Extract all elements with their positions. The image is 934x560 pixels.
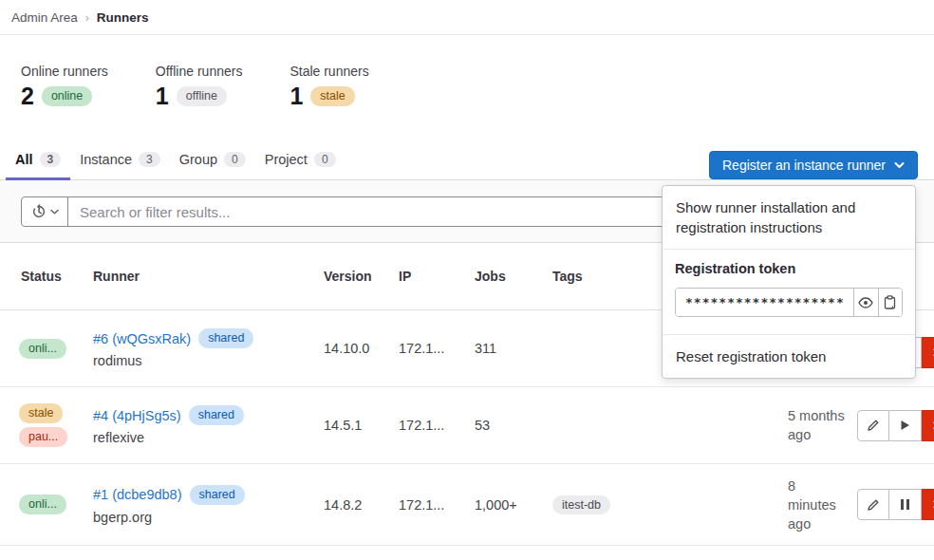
shared-badge: shared	[198, 328, 253, 348]
status-badge-offline: offline	[177, 86, 227, 106]
runner-summary-cell: #6 (wQGsxRak) shared rodimus	[93, 328, 324, 368]
stat-offline-runners: Offline runners 1 offline	[156, 64, 243, 108]
runner-status-cell: stale pau...	[0, 403, 93, 447]
stat-label: Stale runners	[290, 64, 368, 79]
runner-actions-cell: ✕	[845, 489, 934, 520]
breadcrumb-admin-area[interactable]: Admin Area	[11, 10, 78, 25]
runner-stats: Online runners 2 online Offline runners …	[0, 35, 934, 108]
runner-ip: 172.1...	[399, 341, 475, 356]
runner-tags-cell: itest-db	[552, 495, 670, 514]
column-header-status: Status	[0, 269, 93, 284]
registration-token-section: Registration token	[663, 250, 915, 334]
stat-count: 2	[21, 84, 34, 108]
tab-label: All	[15, 152, 33, 167]
stat-stale-runners: Stale runners 1 stale	[290, 64, 368, 108]
tab-project[interactable]: Project 0	[255, 142, 346, 179]
copy-token-button[interactable]	[878, 289, 903, 316]
stat-count: 1	[156, 84, 169, 108]
column-header-tags: Tags	[552, 269, 670, 284]
stat-label: Offline runners	[156, 64, 243, 79]
pause-icon	[901, 499, 909, 510]
edit-runner-button[interactable]	[857, 410, 889, 441]
runner-link[interactable]: #4 (4pHjSg5s)	[93, 408, 181, 423]
runner-status-cell: onli...	[0, 495, 93, 514]
status-badge-stale: stale	[310, 86, 354, 106]
edit-runner-button[interactable]	[857, 489, 889, 520]
history-icon	[31, 204, 47, 219]
tab-all[interactable]: All 3	[6, 142, 70, 179]
play-icon	[900, 420, 910, 431]
tab-count-badge: 0	[224, 152, 246, 167]
column-header-version: Version	[324, 269, 399, 284]
runner-description: reflexive	[93, 430, 324, 445]
tab-count-badge: 3	[40, 152, 62, 167]
registration-token-group	[675, 288, 903, 317]
runner-ip: 172.1...	[399, 418, 475, 433]
runner-summary-cell: #1 (dcbe9db8) shared bgerp.org	[93, 485, 324, 525]
register-runner-dropdown: Show runner installation and registratio…	[662, 185, 916, 379]
status-badge-stale: stale	[19, 403, 63, 423]
runner-actions-cell: ✕	[845, 410, 934, 441]
tab-label: Project	[265, 152, 308, 167]
runner-jobs: 311	[475, 341, 552, 356]
clipboard-icon	[884, 295, 896, 309]
resume-runner-button[interactable]	[889, 410, 922, 441]
shared-badge: shared	[189, 405, 244, 425]
column-header-ip: IP	[399, 269, 475, 284]
breadcrumb: Admin Area › Runners	[0, 0, 934, 34]
tab-label: Group	[179, 152, 217, 167]
eye-icon	[858, 297, 873, 308]
column-header-jobs: Jobs	[475, 269, 552, 284]
delete-runner-button[interactable]: ✕	[922, 337, 934, 368]
register-instance-runner-button[interactable]: Register an instance runner	[709, 151, 918, 179]
runner-last-contact: 5 months ago	[776, 406, 845, 444]
tab-instance[interactable]: Instance 3	[70, 142, 170, 179]
shared-badge: shared	[190, 485, 245, 505]
runner-jobs: 1,000+	[475, 497, 552, 513]
runner-description: bgerp.org	[93, 510, 324, 525]
stat-online-runners: Online runners 2 online	[21, 64, 108, 108]
status-badge-online: online	[42, 86, 92, 106]
runner-status-cell: onli...	[0, 339, 93, 359]
reveal-token-button[interactable]	[853, 289, 878, 316]
breadcrumb-separator: ›	[85, 11, 89, 25]
runner-link[interactable]: #1 (dcbe9db8)	[93, 487, 182, 502]
delete-runner-button[interactable]: ✕	[922, 410, 934, 441]
status-badge-online: onli...	[19, 339, 66, 359]
registration-token-input[interactable]	[676, 289, 853, 316]
tab-count-badge: 0	[314, 152, 336, 167]
runner-tag: itest-db	[552, 495, 610, 514]
runner-jobs: 53	[475, 418, 552, 433]
search-history-dropdown[interactable]	[22, 197, 68, 226]
tab-label: Instance	[80, 152, 132, 167]
runners-admin-page: Admin Area › Runners Online runners 2 on…	[0, 0, 934, 560]
stat-label: Online runners	[21, 64, 108, 79]
runner-row: stale pau... #4 (4pHjSg5s) shared reflex…	[0, 387, 934, 464]
runner-row: onli... #1 (dcbe9db8) shared bgerp.org 1…	[0, 464, 934, 546]
runner-version: 14.8.2	[324, 497, 399, 513]
runner-version: 14.5.1	[324, 418, 399, 433]
runner-version: 14.10.0	[324, 341, 399, 356]
reset-registration-token-item[interactable]: Reset registration token	[663, 335, 915, 378]
show-install-instructions-item[interactable]: Show runner installation and registratio…	[663, 186, 915, 249]
stat-count: 1	[290, 84, 303, 108]
delete-runner-button[interactable]: ✕	[922, 489, 934, 520]
register-button-label: Register an instance runner	[722, 158, 886, 173]
runner-description: rodimus	[93, 353, 324, 368]
tab-group[interactable]: Group 0	[170, 142, 255, 179]
runner-ip: 172.1...	[399, 497, 475, 513]
tab-count-badge: 3	[139, 152, 160, 167]
chevron-down-icon	[50, 209, 59, 215]
runner-summary-cell: #4 (4pHjSg5s) shared reflexive	[93, 405, 324, 445]
status-badge-paused: pau...	[19, 427, 67, 447]
pause-runner-button[interactable]	[889, 489, 922, 520]
status-badge-online: onli...	[19, 495, 66, 514]
breadcrumb-runners: Runners	[97, 10, 149, 25]
column-header-runner: Runner	[93, 269, 324, 284]
runner-link[interactable]: #6 (wQGsxRak)	[93, 331, 191, 346]
runner-last-contact: 8 minutes ago	[776, 476, 845, 533]
chevron-down-icon	[894, 161, 905, 169]
registration-token-label: Registration token	[675, 261, 903, 276]
